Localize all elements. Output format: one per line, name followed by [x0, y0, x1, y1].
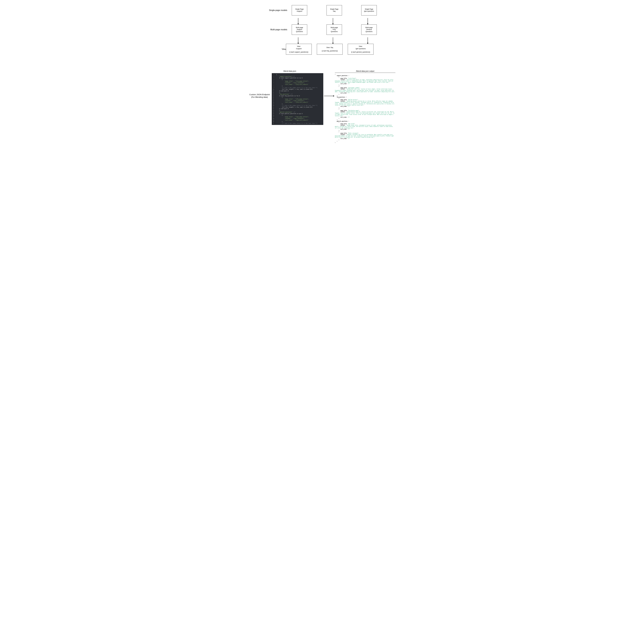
output-title: /blend-data.json output	[335, 70, 395, 73]
box-line: Multi-page	[331, 27, 338, 29]
view-box-faq: View: /faq {{ each faq_questions}}	[317, 44, 343, 55]
box-line: General	[366, 29, 372, 31]
json-output: { - support_questions: [ - { page_title:…	[335, 74, 395, 143]
box-line: Questions	[366, 31, 372, 33]
line-gutter: 1234567891011121314151617181920212223242…	[272, 73, 275, 125]
box-line: Questions	[296, 31, 303, 33]
multi-page-row: Multi-page models Multi-page Support Que…	[249, 24, 395, 35]
arrow-down-icon	[368, 37, 368, 44]
arrow-down-icon	[333, 18, 333, 24]
box-line: /gen-questions	[364, 10, 374, 12]
arrow-row-2	[249, 37, 395, 44]
box-line: /gen-questions	[356, 48, 366, 50]
arrow-right-icon	[324, 96, 334, 96]
box-line: Questions	[331, 31, 338, 33]
multi-page-box-faq: Multi-page FAQ Questions	[327, 24, 342, 35]
box-line: {{ each general_questions}}	[351, 51, 370, 53]
arrow-row-1	[249, 18, 395, 24]
code-editor: 1234567891011121314151617181920212223242…	[272, 73, 323, 125]
single-page-label: Single-page models	[249, 9, 289, 11]
box-line: Single Page	[295, 8, 304, 10]
lower-section: Custom JSON Endpoint (For Blending data)…	[249, 70, 395, 143]
single-page-box-support: Single Page /support	[292, 5, 307, 15]
code-lines: { "support_questions": [ {{ each support…	[275, 73, 319, 125]
single-page-box-gen: Single Page /gen-questions	[361, 5, 377, 15]
code-panel: /blend-data.json 12345678910111213141516…	[272, 70, 323, 125]
single-page-box-faq: Single Page /faq	[327, 5, 342, 15]
box-line: View:	[297, 45, 301, 48]
box-line: {{ each faq_questions}}	[322, 50, 338, 52]
endpoint-label-line: Custom JSON Endpoint	[249, 93, 270, 96]
code-title: /blend-data.json	[283, 70, 323, 72]
views-label: Views	[249, 48, 289, 50]
arrow-down-icon	[333, 37, 333, 44]
view-box-support: View: /support {{ each support_questions…	[286, 44, 312, 55]
box-line: /support	[296, 48, 302, 50]
connector	[323, 70, 335, 96]
arrow-down-icon	[368, 18, 368, 24]
endpoint-label-line: (For Blending data)	[249, 96, 270, 98]
box-line: View: /faq	[326, 46, 333, 49]
box-line: /faq	[333, 10, 336, 12]
box-line: Multi-page	[296, 27, 303, 29]
box-line: Support	[297, 29, 302, 31]
multi-page-label: Multi-page models	[249, 28, 289, 31]
endpoint-label: Custom JSON Endpoint (For Blending data)	[249, 70, 272, 98]
box-line: View:	[359, 45, 362, 48]
output-panel: /blend-data.json output { - support_ques…	[335, 70, 395, 143]
views-row: Views View: /support {{ each support_que…	[249, 44, 395, 55]
multi-page-box-support: Multi-page Support Questions	[292, 24, 307, 35]
box-line: FAQ	[333, 29, 336, 31]
architecture-diagram: Single-page models Single Page /support …	[249, 5, 395, 143]
multi-page-box-gen: Multi-page General Questions	[361, 24, 377, 35]
box-line: {{ each support_questions}}	[289, 51, 308, 53]
arrow-down-icon	[298, 18, 298, 24]
view-box-gen: View: /gen-questions {{ each general_que…	[348, 44, 374, 55]
box-line: Single Page	[330, 8, 338, 10]
box-line: /support	[297, 10, 302, 12]
arrow-down-icon	[298, 37, 298, 44]
box-line: Single Page	[365, 8, 373, 10]
box-line: Multi-page	[365, 27, 373, 29]
single-page-row: Single-page models Single Page /support …	[249, 5, 395, 15]
